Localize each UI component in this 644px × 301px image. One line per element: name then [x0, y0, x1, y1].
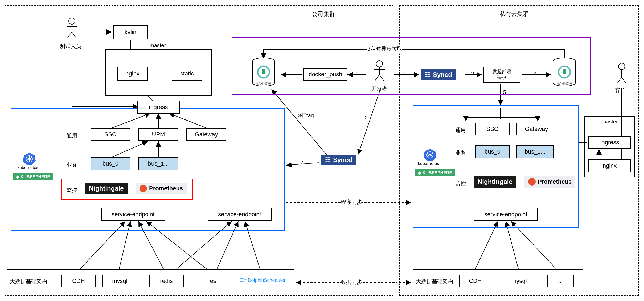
deploy-req-box: 发起部署 请求 — [483, 67, 520, 83]
harbor-right-label: HARBOR — [556, 81, 572, 86]
bus0-box-right: bus_0 — [475, 145, 510, 158]
cdh-box-right: CDH — [459, 275, 491, 287]
kylin-box: kylin — [113, 25, 148, 39]
ingress-box-right: ingress — [588, 136, 631, 149]
es-box-left: es — [196, 275, 230, 287]
bus1-box-right: bus_1... — [516, 145, 554, 158]
k8s-label-left: kubernetes — [17, 165, 38, 170]
prometheus-badge-right: Prometheus — [524, 176, 575, 188]
business-label-left: 业务 — [67, 161, 77, 168]
bus1-box-left: bus_1... — [138, 157, 178, 170]
bus0-box-left: bus_0 — [91, 157, 130, 170]
upm-box: UPM — [138, 128, 178, 141]
tester-label: 测试人员 — [60, 43, 81, 50]
svg-line-16 — [375, 75, 379, 81]
developer-actor — [373, 60, 386, 81]
mysql-box-right: mysql — [502, 275, 536, 287]
syncd-icon: ☷ — [325, 156, 331, 164]
n4a: 4 — [534, 71, 537, 77]
dolphin-icon: ☰≡ — [240, 277, 247, 283]
se2-box: service-endpoint — [208, 208, 272, 221]
docker-push-box: docker_push — [303, 68, 347, 81]
nightingale-badge-right: Nightingale — [474, 176, 516, 188]
svg-line-4 — [72, 32, 76, 38]
redis-box-left: redis — [149, 275, 184, 287]
syncd-icon: ☷ — [425, 71, 431, 78]
customer-actor — [615, 63, 628, 84]
sso-box-right: SSO — [475, 123, 510, 135]
more-box-right: ... — [547, 275, 574, 287]
customer-label: 客户 — [615, 87, 626, 94]
kubernetes-icon-right — [423, 148, 437, 161]
n4b: 4 — [301, 160, 304, 166]
k8s-label-right: kubernetes — [418, 161, 439, 166]
tester-actor — [65, 17, 79, 39]
tag-label: 3打tag — [298, 112, 314, 119]
prometheus-icon — [528, 178, 536, 186]
prometheus-icon — [140, 185, 147, 192]
harbor-left-label: HARBOR — [256, 81, 272, 86]
bigdata-label-right: 大数据基础架构 — [416, 278, 453, 285]
mysql-box-left: mysql — [102, 275, 137, 287]
monitor-label-right: 监控 — [455, 180, 466, 187]
n5: 5 — [503, 89, 506, 95]
svg-rect-20 — [563, 69, 566, 74]
gateway-box-right: Gateway — [516, 123, 556, 135]
bigdata-label-left: 大数据基础架构 — [10, 278, 47, 285]
se-box-right: service-endpoint — [474, 208, 538, 221]
dolphin-badge: ☰≡DolphinScheduler — [240, 277, 286, 283]
deploy-pipeline — [232, 37, 591, 95]
developer-label: 开发者 — [371, 85, 387, 93]
n2a: 2 — [471, 71, 474, 77]
svg-point-0 — [69, 18, 75, 24]
master-label: master — [150, 42, 166, 49]
svg-line-25 — [622, 77, 626, 83]
prometheus-badge-left: Prometheus — [136, 183, 187, 194]
svg-line-3 — [67, 32, 72, 38]
svg-point-13 — [376, 61, 383, 67]
svg-line-24 — [617, 77, 622, 83]
syncd-top-badge: ☷Syncd — [421, 69, 456, 80]
sso-box-left: SSO — [91, 128, 130, 141]
static-box: static — [172, 67, 202, 81]
kubernetes-icon — [23, 152, 36, 165]
n2b: 2 — [365, 115, 368, 121]
svg-line-17 — [379, 75, 384, 81]
gateway-box-left: Gateway — [186, 128, 226, 141]
nginx-box-right: nginx — [588, 159, 631, 172]
monitor-label-left: 监控 — [67, 187, 77, 194]
kubesphere-badge-right: ◈KUBESPHERE — [415, 169, 455, 176]
private-title: 私有云集群 — [498, 10, 530, 19]
master-label-right: master — [601, 119, 618, 125]
general-label-left: 通用 — [67, 132, 77, 139]
svg-point-21 — [618, 63, 625, 70]
syncd-mid-badge: ☷Syncd — [321, 155, 356, 165]
ingress-box-left: ingress — [137, 101, 180, 114]
pull-label: 3定时异步拉取 — [367, 45, 402, 53]
kubesphere-badge-left: ◈KUBESPHERE — [13, 173, 53, 180]
n1a: 1 — [355, 71, 358, 77]
nightingale-badge-left: Nightingale — [85, 183, 128, 194]
general-label-right: 通用 — [455, 127, 466, 134]
data-sync-label: 数据同步 — [341, 279, 362, 286]
n1b: 1 — [403, 71, 406, 77]
se1-box: service-endpoint — [101, 208, 165, 221]
nginx-box-left: nginx — [117, 67, 148, 81]
company-title: 公司集群 — [310, 10, 337, 19]
business-label-right: 业务 — [455, 149, 466, 156]
cdh-box-left: CDH — [61, 275, 96, 287]
svg-rect-12 — [262, 69, 265, 74]
prog-sync-label: 程序同步 — [341, 199, 362, 206]
